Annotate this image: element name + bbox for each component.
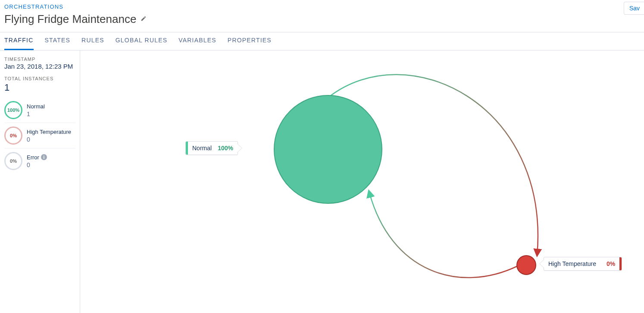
info-icon[interactable]: i xyxy=(41,154,47,160)
edit-icon[interactable] xyxy=(141,16,147,23)
stat-normal[interactable]: 100% Normal 1 xyxy=(4,98,75,123)
graph-svg xyxy=(80,51,644,313)
stat-high-temp-name: High Temperature xyxy=(27,129,71,135)
node-label-high-pct: 0% xyxy=(602,260,619,267)
total-instances-label: TOTAL INSTANCES xyxy=(4,76,75,81)
tab-rules[interactable]: RULES xyxy=(81,32,104,50)
timestamp-value: Jan 23, 2018, 12:23 PM xyxy=(4,63,75,70)
node-normal[interactable] xyxy=(274,95,382,203)
tab-bar: TRAFFIC STATES RULES GLOBAL RULES VARIAB… xyxy=(0,32,644,51)
tab-variables[interactable]: VARIABLES xyxy=(178,32,216,50)
node-label-normal-pct: 100% xyxy=(218,145,238,152)
edge-high-to-normal xyxy=(369,191,518,278)
stat-error-count: 0 xyxy=(27,161,47,168)
page-title: Flying Fridge Maintenance xyxy=(4,13,136,26)
node-label-high[interactable]: High Temperature 0% xyxy=(544,257,622,271)
node-label-normal-text: Normal xyxy=(188,145,218,152)
state-graph[interactable]: Normal 100% High Temperature 0% xyxy=(80,51,644,313)
breadcrumb[interactable]: ORCHESTRATIONS xyxy=(4,3,640,10)
stat-error[interactable]: 0% Error i 0 xyxy=(4,148,75,174)
timestamp-label: TIMESTAMP xyxy=(4,57,75,62)
save-button[interactable]: Sav xyxy=(624,2,644,15)
stat-normal-name: Normal xyxy=(27,103,45,110)
total-instances-value: 1 xyxy=(4,82,75,93)
stat-high-temp[interactable]: 0% High Temperature 0 xyxy=(4,123,75,148)
node-label-normal[interactable]: Normal 100% xyxy=(185,141,238,155)
tab-states[interactable]: STATES xyxy=(45,32,71,50)
color-bar-red xyxy=(619,257,622,270)
tab-properties[interactable]: PROPERTIES xyxy=(228,32,272,50)
page-header: ORCHESTRATIONS Flying Fridge Maintenance… xyxy=(0,0,644,32)
stat-high-temp-count: 0 xyxy=(27,136,71,143)
ring-normal: 100% xyxy=(4,101,22,119)
node-high-temperature[interactable] xyxy=(517,256,536,275)
ring-high-temp: 0% xyxy=(4,126,22,145)
node-label-high-text: High Temperature xyxy=(544,260,602,267)
stat-error-name: Error i xyxy=(27,154,47,161)
traffic-sidebar: TIMESTAMP Jan 23, 2018, 12:23 PM TOTAL I… xyxy=(0,51,80,313)
ring-error: 0% xyxy=(4,152,22,170)
tab-traffic[interactable]: TRAFFIC xyxy=(4,32,34,50)
stat-normal-count: 1 xyxy=(27,111,45,117)
tab-global-rules[interactable]: GLOBAL RULES xyxy=(116,32,167,50)
